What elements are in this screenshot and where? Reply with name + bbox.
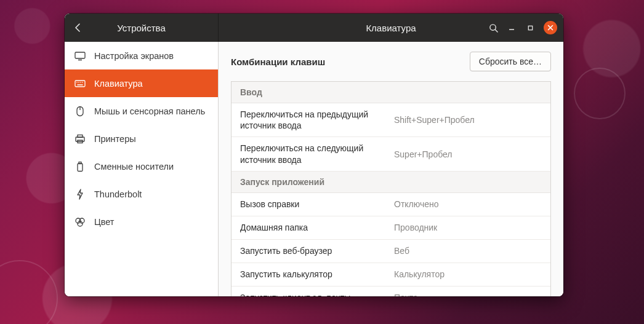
sidebar-item-label: Мышь и сенсорная панель <box>94 106 205 116</box>
minimize-icon <box>508 24 515 31</box>
shortcut-accelerator: Веб <box>394 246 409 256</box>
right-title: Клавиатура <box>366 23 416 33</box>
sidebar-item-4[interactable]: Сменные носители <box>65 152 218 180</box>
headerbar-right: Клавиатура <box>219 14 563 42</box>
section-heading: Комбинации клавиш <box>231 57 325 67</box>
chevron-left-icon <box>74 23 81 32</box>
headerbar-left: Устройства <box>65 14 219 42</box>
sidebar-item-2[interactable]: Мышь и сенсорная панель <box>65 97 218 125</box>
shortcut-accelerator: Проводник <box>394 223 437 232</box>
shortcut-name: Запустить калькулятор <box>240 269 394 280</box>
reset-all-button[interactable]: Сбросить все… <box>470 52 551 71</box>
settings-window: Устройства Настройка экрановКлавиатураМы… <box>65 14 563 296</box>
shortcut-list: ВводПереключиться на предыдущий источник… <box>231 81 551 296</box>
sidebar-item-label: Сменные носители <box>94 162 174 172</box>
svg-rect-14 <box>79 162 81 164</box>
close-icon <box>547 25 553 31</box>
shortcut-name: Переключиться на предыдущий источник вво… <box>240 109 394 131</box>
shortcut-accelerator: Отключено <box>394 199 439 209</box>
close-button[interactable] <box>544 21 557 34</box>
minimize-button[interactable] <box>503 19 520 36</box>
sidebar-item-label: Настройка экранов <box>94 51 174 61</box>
sidebar-item-0[interactable]: Настройка экранов <box>65 42 218 69</box>
svg-rect-21 <box>528 26 532 30</box>
shortcut-accelerator: Калькулятор <box>394 269 445 279</box>
svg-line-19 <box>495 30 497 32</box>
keyboard-icon <box>74 78 86 89</box>
displays-icon <box>74 50 86 61</box>
sidebar-item-label: Цвет <box>94 217 115 227</box>
shortcut-row[interactable]: Переключиться на предыдущий источник вво… <box>231 103 550 137</box>
right-column: Клавиатура Комбинации клавиш Сбросит <box>219 14 563 296</box>
maximize-icon <box>527 25 534 31</box>
svg-rect-0 <box>75 52 85 58</box>
shortcut-name: Вызов справки <box>240 199 394 210</box>
sidebar-item-3[interactable]: Принтеры <box>65 125 218 152</box>
back-button[interactable] <box>68 18 87 37</box>
left-title: Устройства <box>117 23 165 33</box>
shortcut-row[interactable]: Домашняя папкаПроводник <box>231 216 550 240</box>
sidebar-item-label: Клавиатура <box>94 79 143 89</box>
shortcut-name: Запустить веб-браузер <box>240 245 394 256</box>
printer-icon <box>74 133 86 144</box>
shortcut-name: Переключиться на следующий источник ввод… <box>240 143 394 165</box>
left-column: Устройства Настройка экрановКлавиатураМы… <box>65 14 219 296</box>
shortcut-accelerator: Super+Пробел <box>394 149 453 159</box>
shortcut-name: Запустить клиент эл. почты <box>240 292 394 296</box>
shortcut-row[interactable]: Переключиться на следующий источник ввод… <box>231 137 550 171</box>
shortcut-row[interactable]: Запустить клиент эл. почтыПочта <box>231 286 550 296</box>
sidebar-item-label: Thunderbolt <box>94 189 142 199</box>
maximize-button[interactable] <box>521 19 539 36</box>
svg-rect-11 <box>78 135 83 137</box>
removable-icon <box>74 161 86 172</box>
group-header: Запуск приложений <box>231 172 550 193</box>
shortcut-row[interactable]: Запустить калькуляторКалькулятор <box>231 263 550 286</box>
search-icon <box>489 23 498 33</box>
sidebar-item-label: Принтеры <box>94 134 136 144</box>
search-button[interactable] <box>485 19 502 36</box>
sidebar: Настройка экрановКлавиатураМышь и сенсор… <box>65 42 219 296</box>
shortcut-row[interactable]: Запустить веб-браузерВеб <box>231 240 550 263</box>
group-header: Ввод <box>231 82 550 103</box>
mouse-icon <box>74 106 86 117</box>
shortcut-row[interactable]: Вызов справкиОтключено <box>231 193 550 216</box>
shortcut-accelerator: Shift+Super+Пробел <box>394 115 475 125</box>
color-icon <box>74 216 86 227</box>
svg-rect-13 <box>78 164 83 172</box>
shortcut-name: Домашняя папка <box>240 222 394 233</box>
sidebar-item-1[interactable]: Клавиатура <box>65 69 218 97</box>
svg-rect-2 <box>75 81 85 87</box>
sidebar-item-6[interactable]: Цвет <box>65 208 218 235</box>
main-panel: Комбинации клавиш Сбросить все… ВводПере… <box>219 42 563 296</box>
sidebar-item-5[interactable]: Thunderbolt <box>65 180 218 208</box>
window-controls <box>485 19 561 36</box>
thunderbolt-icon <box>74 189 86 200</box>
main-top: Комбинации клавиш Сбросить все… <box>219 42 563 81</box>
shortcut-accelerator: Почта <box>394 293 418 296</box>
